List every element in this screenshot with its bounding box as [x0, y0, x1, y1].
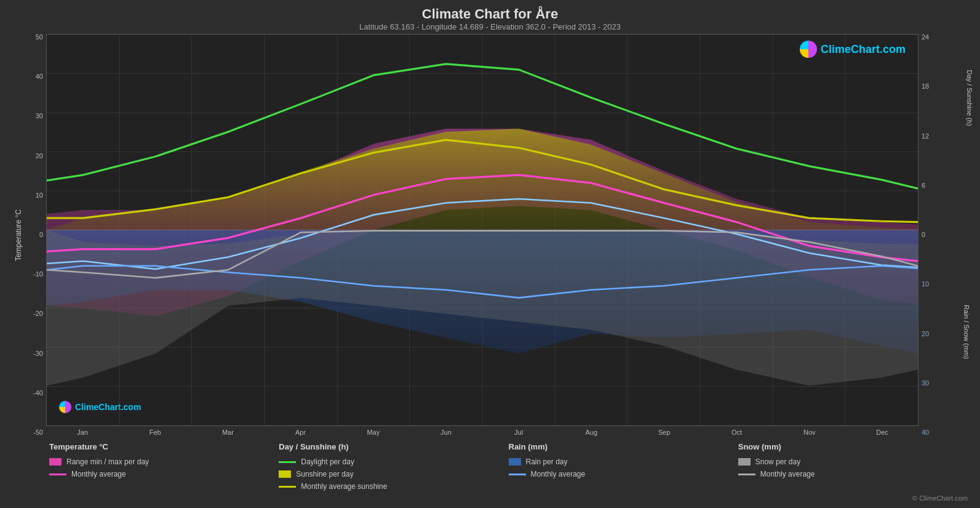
- x-tick-apr: Apr: [265, 429, 337, 436]
- legend-swatch-snow: [738, 458, 751, 466]
- x-tick-sep: Sep: [627, 429, 700, 436]
- legend-title-rain: Rain (mm): [509, 442, 738, 451]
- y-axis-left-label: Temperature °C: [14, 209, 23, 260]
- chart-title: Climate Chart for Åre: [12, 6, 968, 22]
- y-axis-left-ticks: 50 40 30 20 10 0 -10 -20 -30 -40 -50: [33, 34, 46, 436]
- legend-line-daylight: [279, 461, 296, 463]
- legend-item-temp-avg: Monthly average: [49, 470, 279, 478]
- legend-label-temp-avg: Monthly average: [71, 470, 126, 478]
- x-tick-nov: Nov: [773, 429, 846, 436]
- y-axis-left: Temperature °C 50 40 30 20 10 0 -10 -20 …: [12, 34, 46, 436]
- x-axis: Jan Feb Mar Apr May Jun Jul Aug Sep Oct …: [46, 426, 918, 436]
- legend-line-snow-avg: [738, 474, 755, 475]
- legend-item-sunshine-avg: Monthly average sunshine: [279, 482, 508, 491]
- y-axis-right-label-bottom: Rain / Snow (mm): [963, 305, 970, 359]
- legend-col-temperature: Temperature °C Range min / max per day M…: [49, 442, 279, 502]
- legend-item-sunshine-swatch: Sunshine per day: [279, 470, 508, 478]
- chart-area: Temperature °C 50 40 30 20 10 0 -10 -20 …: [12, 34, 968, 436]
- x-tick-feb: Feb: [119, 429, 191, 436]
- chart-subtitle: Latitude 63.163 - Longitude 14.689 - Ele…: [12, 22, 968, 31]
- chart-header: Climate Chart for Åre Latitude 63.163 - …: [12, 6, 968, 31]
- x-tick-aug: Aug: [555, 429, 627, 436]
- x-tick-jul: Jul: [482, 429, 555, 436]
- legend-line-temp-avg: [49, 474, 66, 475]
- legend-item-snow-swatch: Snow per day: [738, 458, 968, 466]
- legend-label-rain-avg: Monthly average: [531, 470, 586, 478]
- x-tick-oct: Oct: [701, 429, 773, 436]
- x-tick-jun: Jun: [410, 429, 482, 436]
- legend-swatch-rain: [509, 458, 521, 466]
- legend-item-daylight: Daylight per day: [279, 458, 508, 466]
- legend-area: Temperature °C Range min / max per day M…: [12, 436, 968, 502]
- legend-item-rain-avg: Monthly average: [509, 470, 738, 478]
- x-tick-mar: Mar: [191, 429, 264, 436]
- legend-item-temp-range: Range min / max per day: [49, 458, 279, 466]
- legend-col-rain: Rain (mm) Rain per day Monthly average: [509, 442, 738, 502]
- y-axis-right-label-top: Day / Sunshine (h): [965, 70, 973, 126]
- legend-title-snow: Snow (mm): [738, 442, 968, 451]
- legend-label-snow: Snow per day: [755, 458, 800, 466]
- legend-label-snow-avg: Monthly average: [760, 470, 815, 478]
- legend-line-sunshine-avg: [279, 486, 296, 488]
- legend-col-snow: Snow (mm) Snow per day Monthly average ©…: [738, 442, 968, 502]
- legend-swatch-temp-range: [49, 458, 62, 466]
- y-axis-right: 24 18 12 6 0 10 20 30 40 Day / Sunshine …: [918, 34, 968, 436]
- legend-item-snow-avg: Monthly average: [738, 470, 968, 478]
- legend-col-sunshine: Day / Sunshine (h) Daylight per day Suns…: [279, 442, 508, 502]
- legend-swatch-sunshine: [279, 470, 291, 478]
- legend-label-daylight: Daylight per day: [301, 458, 354, 466]
- x-tick-jan: Jan: [46, 429, 119, 436]
- x-tick-dec: Dec: [846, 429, 918, 436]
- x-tick-may: May: [337, 429, 410, 436]
- legend-title-temperature: Temperature °C: [49, 442, 279, 451]
- chart-svg: [47, 34, 918, 425]
- legend-label-sunshine: Sunshine per day: [296, 470, 353, 478]
- legend-item-rain-swatch: Rain per day: [509, 458, 738, 466]
- watermark: © ClimeChart.com: [912, 482, 968, 502]
- chart-middle: ClimeChart.com ClimeChart.com: [46, 34, 918, 436]
- legend-label-temp-range: Range min / max per day: [66, 458, 149, 466]
- legend-label-sunshine-avg: Monthly average sunshine: [301, 482, 387, 491]
- chart-plot: ClimeChart.com ClimeChart.com: [46, 34, 918, 426]
- legend-label-rain: Rain per day: [526, 458, 568, 466]
- legend-line-rain-avg: [509, 474, 526, 475]
- legend-title-sunshine: Day / Sunshine (h): [279, 442, 508, 451]
